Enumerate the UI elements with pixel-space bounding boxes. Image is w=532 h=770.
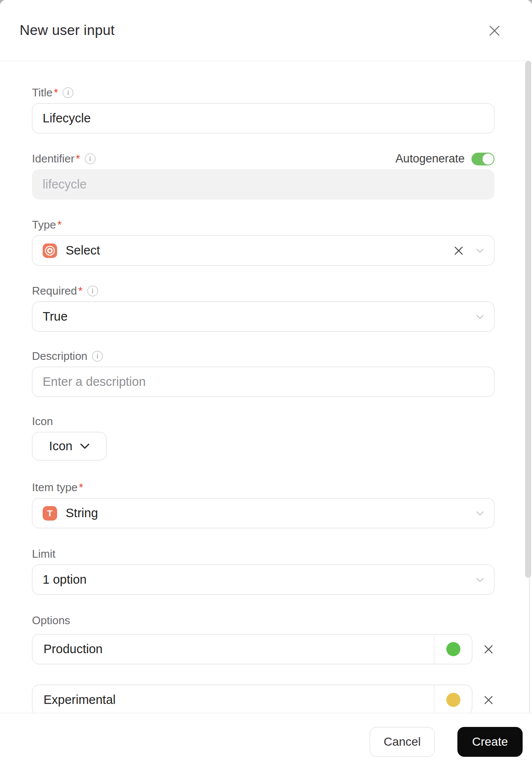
autogenerate-label: Autogenerate bbox=[396, 152, 465, 165]
option-color-picker[interactable] bbox=[434, 685, 472, 713]
field-limit: Limit 1 option bbox=[32, 547, 494, 595]
modal-body: Title* i Identifier* i Autogenerate bbox=[0, 61, 532, 713]
remove-option-button[interactable] bbox=[483, 643, 494, 655]
option-row: Experimental bbox=[32, 685, 494, 713]
scrollbar-track bbox=[529, 578, 530, 713]
icon-dropdown-button[interactable]: Icon bbox=[32, 432, 107, 460]
close-icon bbox=[488, 24, 501, 37]
string-type-icon: T bbox=[43, 506, 57, 521]
item-type-select-value: String bbox=[66, 506, 98, 520]
item-type-label: Item type bbox=[32, 481, 78, 494]
required-asterisk: * bbox=[57, 218, 61, 232]
chevron-down-icon bbox=[80, 443, 90, 449]
required-asterisk: * bbox=[76, 152, 80, 165]
identifier-input bbox=[32, 169, 494, 200]
select-type-icon bbox=[43, 243, 57, 258]
field-item-type: Item type* T String bbox=[32, 481, 494, 528]
identifier-label: Identifier bbox=[32, 152, 75, 165]
title-label: Title bbox=[32, 86, 52, 99]
option-row: Production bbox=[32, 634, 494, 664]
info-icon[interactable]: i bbox=[87, 286, 98, 296]
remove-x-icon bbox=[483, 694, 494, 706]
option-value-input[interactable]: Experimental bbox=[32, 685, 434, 713]
required-select[interactable]: True bbox=[32, 301, 494, 332]
cancel-button[interactable]: Cancel bbox=[370, 727, 435, 757]
type-label: Type bbox=[32, 218, 56, 232]
remove-option-button[interactable] bbox=[483, 694, 494, 706]
field-description: Description i bbox=[32, 350, 494, 397]
limit-select[interactable]: 1 option bbox=[32, 564, 494, 595]
options-label: Options bbox=[32, 614, 70, 627]
required-asterisk: * bbox=[79, 481, 83, 494]
required-asterisk: * bbox=[78, 284, 83, 298]
chevron-down-icon bbox=[476, 511, 484, 515]
field-required: Required* i True bbox=[32, 284, 494, 332]
modal-title: New user input bbox=[20, 22, 115, 38]
required-select-value: True bbox=[43, 310, 68, 324]
option-color-dot bbox=[446, 642, 460, 656]
new-user-input-modal: New user input Title* i Identifier* i bbox=[0, 0, 532, 770]
option-value-input[interactable]: Production bbox=[32, 634, 434, 664]
field-title: Title* i bbox=[32, 86, 494, 133]
info-icon[interactable]: i bbox=[92, 351, 103, 362]
scrollbar-thumb[interactable] bbox=[525, 61, 531, 578]
field-options: Options Production bbox=[32, 614, 494, 713]
info-icon[interactable]: i bbox=[63, 87, 73, 98]
required-label: Required bbox=[32, 284, 77, 298]
field-identifier: Identifier* i Autogenerate bbox=[32, 152, 494, 200]
create-button[interactable]: Create bbox=[457, 727, 523, 757]
field-icon: Icon Icon bbox=[32, 415, 494, 460]
limit-select-value: 1 option bbox=[43, 573, 87, 587]
description-input[interactable] bbox=[32, 367, 494, 397]
icon-label: Icon bbox=[32, 415, 53, 428]
modal-header: New user input bbox=[0, 0, 532, 61]
description-label: Description bbox=[32, 350, 87, 363]
icon-dropdown-label: Icon bbox=[49, 439, 72, 453]
clear-selection-button[interactable] bbox=[453, 245, 464, 256]
info-icon[interactable]: i bbox=[85, 153, 95, 164]
chevron-down-icon bbox=[476, 249, 484, 253]
close-button[interactable] bbox=[488, 24, 501, 38]
option-color-dot bbox=[446, 693, 460, 707]
remove-x-icon bbox=[483, 643, 494, 655]
field-type: Type* Select bbox=[32, 218, 494, 266]
item-type-select[interactable]: T String bbox=[32, 498, 494, 528]
title-input[interactable] bbox=[32, 103, 494, 133]
autogenerate-toggle[interactable] bbox=[471, 153, 494, 165]
toggle-knob bbox=[483, 153, 494, 165]
limit-label: Limit bbox=[32, 547, 55, 561]
chevron-down-icon bbox=[476, 315, 484, 319]
modal-footer: Cancel Create bbox=[0, 713, 532, 770]
required-asterisk: * bbox=[54, 86, 58, 99]
option-color-picker[interactable] bbox=[434, 634, 472, 664]
type-select-value: Select bbox=[66, 243, 100, 258]
clear-x-icon bbox=[453, 245, 464, 256]
type-select[interactable]: Select bbox=[32, 235, 494, 266]
chevron-down-icon bbox=[476, 578, 484, 582]
